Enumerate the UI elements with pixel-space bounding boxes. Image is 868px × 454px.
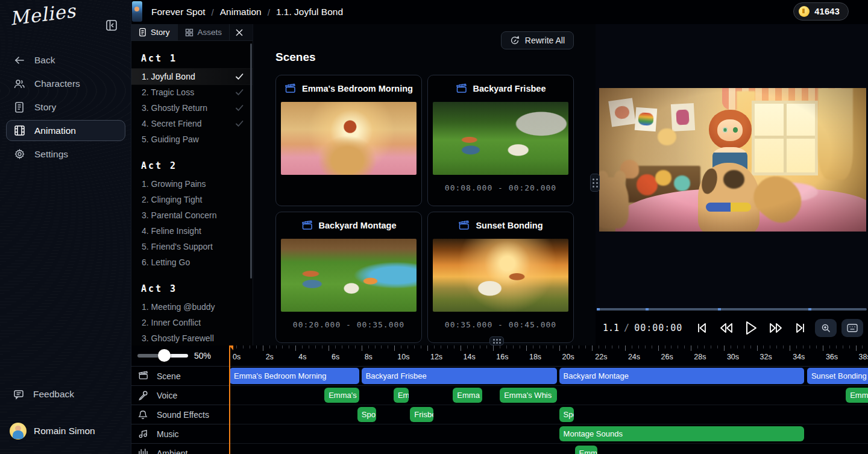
ruler-tick: [843, 345, 843, 348]
timeline-ruler[interactable]: 0s2s4s6s8s10s12s14s16s18s20s22s24s26s28s…: [229, 345, 868, 367]
act-item[interactable]: 3. Ghostly Return: [131, 100, 253, 116]
act-item[interactable]: 4. Secret Friend: [131, 116, 253, 131]
track-label: Ambient: [157, 449, 187, 454]
timeline-track-music[interactable]: Montage Sounds: [229, 424, 868, 444]
rewind-button[interactable]: [719, 320, 734, 336]
act-item-label: 4. Feline Insight: [142, 226, 244, 236]
track-header-sound-effects[interactable]: Sound Effects: [131, 405, 229, 424]
scene-card-title: Sunset Bonding: [476, 221, 542, 230]
timeline-clip-scene[interactable]: Backyard Montage: [559, 368, 805, 384]
timeline-clip-voice[interactable]: Emma: [394, 388, 409, 403]
act-item[interactable]: 1. Growing Pains: [131, 176, 253, 192]
act-item[interactable]: 1. Joyful Bond: [131, 69, 253, 84]
timeline-resize-handle[interactable]: [489, 336, 504, 345]
act-item[interactable]: 5. Friend's Support: [131, 239, 253, 254]
scene-card-emmas-bedroom-morning[interactable]: Emma's Bedroom Morning: [275, 75, 422, 206]
track-header-scene[interactable]: Scene: [131, 367, 229, 386]
breadcrumb-section[interactable]: Animation: [220, 7, 262, 17]
act-item[interactable]: 2. Tragic Loss: [131, 84, 253, 100]
ruler-tick: [829, 345, 830, 348]
timeline-clip-voice[interactable]: Emma: [453, 388, 482, 403]
sidebar-collapse-icon[interactable]: [105, 19, 118, 32]
shortcuts-button[interactable]: [841, 319, 863, 337]
timeline-clip-sfx[interactable]: Spo: [559, 407, 574, 422]
ruler-label: 6s: [332, 353, 339, 361]
timeline-clip-scene[interactable]: Sunset Bonding: [807, 368, 868, 384]
timeline-clip-voice[interactable]: Emma: [846, 388, 868, 403]
fast-forward-button[interactable]: [768, 320, 784, 336]
rewrite-all-button[interactable]: Rewrite All: [501, 31, 574, 49]
project-thumbnail[interactable]: [132, 1, 142, 22]
timeline-track-ambient[interactable]: Emma: [229, 444, 868, 454]
ruler-tick: [315, 345, 316, 348]
user-menu[interactable]: Romain Simon: [6, 420, 125, 442]
ruler-tick: [394, 345, 395, 351]
timeline-clip-voice[interactable]: Emma's: [324, 388, 359, 403]
panel-resize-handle[interactable]: [590, 174, 600, 192]
timeline-clip-ambient[interactable]: Emma: [575, 446, 598, 454]
act-item[interactable]: 3. Ghostly Farewell: [131, 330, 253, 345]
timeline-clip-sfx[interactable]: Spo: [357, 407, 376, 422]
breadcrumb-project[interactable]: Forever Spot: [151, 7, 206, 17]
ruler-tick: [757, 345, 758, 351]
timeline-minimap-scrollbar[interactable]: [597, 308, 867, 311]
track-header-voice[interactable]: Voice: [131, 386, 229, 405]
ruler-tick: [856, 345, 857, 351]
sidebar-item-back[interactable]: Back: [6, 49, 125, 71]
timeline-track-scene[interactable]: Emma's Bedroom MorningBackyard FrisbeeBa…: [229, 367, 868, 386]
video-frame[interactable]: [599, 88, 866, 232]
track-header-ambient[interactable]: Ambient: [131, 444, 229, 454]
scene-thumbnail: [433, 239, 568, 312]
scene-card-sunset-bonding[interactable]: Sunset Bonding 00:35.000 - 00:45.000: [427, 212, 574, 343]
sidebar-item-settings[interactable]: Settings: [6, 143, 125, 165]
act-item[interactable]: 5. Guiding Paw: [131, 131, 253, 147]
ruler-tick: [362, 345, 362, 351]
act-item[interactable]: 6. Letting Go: [131, 254, 253, 270]
feedback-button[interactable]: Feedback: [6, 384, 125, 405]
act-item[interactable]: 1. Meeting @buddy: [131, 299, 253, 315]
close-panel-icon[interactable]: [230, 24, 249, 40]
timeline-zoom-slider[interactable]: [137, 354, 188, 358]
zoom-in-button[interactable]: [815, 319, 837, 337]
sidebar-item-animation[interactable]: Animation: [6, 120, 125, 141]
timeline-clip-scene[interactable]: Backyard Frisbee: [362, 368, 558, 384]
skip-end-button[interactable]: [793, 320, 808, 336]
story-scrollbar[interactable]: [250, 43, 252, 279]
ruler-label: 14s: [464, 353, 476, 361]
zoom-slider-thumb[interactable]: [158, 349, 171, 362]
sidebar-item-story[interactable]: Story: [6, 96, 125, 118]
play-button[interactable]: [743, 320, 759, 336]
sidebar-nav: Back Characters Story Animation Settings: [0, 47, 131, 167]
arrow-left-icon: [13, 54, 25, 66]
act-item[interactable]: 2. Inner Conflict: [131, 315, 253, 330]
timeline-clip-sfx[interactable]: Frisbe: [410, 407, 433, 422]
timeline-track-sound-effects[interactable]: SpoFrisbeSpo: [229, 405, 868, 424]
playhead[interactable]: [229, 345, 230, 454]
breadcrumb: Forever Spot / Animation / 1.1. Joyful B…: [151, 0, 343, 24]
act-title: Act 1: [131, 49, 253, 69]
ruler-tick: [447, 345, 448, 348]
ruler-tick: [724, 345, 725, 351]
tab-assets[interactable]: Assets: [178, 24, 230, 40]
scene-card-backyard-frisbee[interactable]: Backyard Frisbee 00:08.000 - 00:20.000: [427, 75, 574, 206]
act-item[interactable]: 2. Clinging Tight: [131, 192, 253, 207]
timeline-clip-scene[interactable]: Emma's Bedroom Morning: [230, 368, 359, 384]
track-header-music[interactable]: Music: [131, 424, 229, 444]
act-item[interactable]: 4. Feline Insight: [131, 223, 253, 239]
timeline-clip-music[interactable]: Montage Sounds: [559, 426, 805, 441]
ruler-tick: [645, 345, 646, 348]
skip-start-button[interactable]: [694, 320, 709, 336]
ruler-tick: [500, 345, 500, 348]
timeline-track-voice[interactable]: Emma'sEmmaEmmaEmma's WhisEmma: [229, 386, 868, 405]
scene-card-backyard-montage[interactable]: Backyard Montage 00:20.000 - 00:35.000: [275, 212, 422, 343]
tab-story[interactable]: Story: [131, 24, 178, 40]
ruler-tick: [263, 345, 263, 351]
act-item[interactable]: 3. Parental Concern: [131, 207, 253, 223]
sidebar-item-characters[interactable]: Characters: [6, 73, 125, 94]
breadcrumb-episode[interactable]: 1.1. Joyful Bond: [276, 7, 343, 17]
credits-badge[interactable]: 41643: [793, 2, 849, 20]
timeline-clip-voice[interactable]: Emma's Whis: [500, 388, 557, 403]
ruler-tick: [250, 345, 250, 348]
ruler-tick: [461, 345, 461, 351]
ruler-tick: [790, 345, 790, 351]
